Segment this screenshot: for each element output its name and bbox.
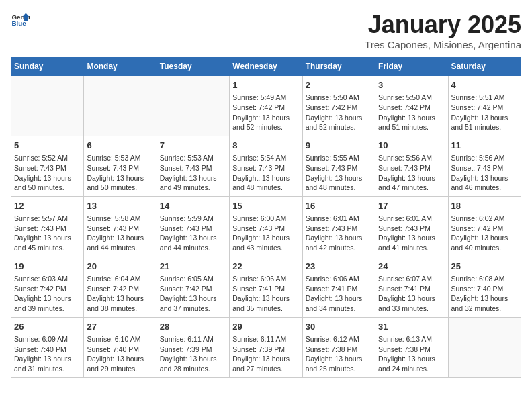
day-info: Daylight: 13 hours <box>306 173 372 183</box>
weekday-header-row: SundayMondayTuesdayWednesdayThursdayFrid… <box>11 58 521 76</box>
calendar-cell: 9Sunrise: 5:55 AMSunset: 7:43 PMDaylight… <box>302 136 375 196</box>
day-info: Sunset: 7:42 PM <box>378 103 445 113</box>
weekday-header-sunday: Sunday <box>11 58 84 76</box>
day-info: Sunrise: 5:53 AM <box>87 153 153 163</box>
calendar-body: 1Sunrise: 5:49 AMSunset: 7:42 PMDaylight… <box>11 76 521 378</box>
day-info: Sunset: 7:42 PM <box>14 284 81 294</box>
day-number: 19 <box>14 261 81 273</box>
day-info: and 48 minutes. <box>306 183 372 193</box>
day-number: 6 <box>87 140 153 152</box>
day-number: 11 <box>451 140 518 152</box>
day-info: and 33 minutes. <box>378 304 445 314</box>
calendar-cell: 17Sunrise: 6:01 AMSunset: 7:43 PMDayligh… <box>375 196 448 257</box>
day-number: 31 <box>378 321 445 333</box>
logo-icon: General Blue <box>11 11 30 30</box>
calendar-cell: 15Sunrise: 6:00 AMSunset: 7:43 PMDayligh… <box>230 196 302 257</box>
day-info: and 47 minutes. <box>378 183 445 193</box>
day-number: 9 <box>306 140 372 152</box>
calendar-cell: 27Sunrise: 6:10 AMSunset: 7:40 PMDayligh… <box>84 317 157 377</box>
day-number: 16 <box>306 200 372 212</box>
calendar-cell: 11Sunrise: 5:56 AMSunset: 7:43 PMDayligh… <box>448 136 521 196</box>
day-info: Sunrise: 6:00 AM <box>232 214 299 224</box>
day-number: 28 <box>160 321 226 333</box>
day-info: and 42 minutes. <box>306 243 372 253</box>
day-info: Sunrise: 5:49 AM <box>232 93 299 103</box>
calendar-cell: 28Sunrise: 6:11 AMSunset: 7:39 PMDayligh… <box>157 317 229 377</box>
day-number: 7 <box>160 140 226 152</box>
weekday-header-thursday: Thursday <box>302 58 375 76</box>
day-info: Sunset: 7:43 PM <box>14 224 81 234</box>
day-info: Sunrise: 6:11 AM <box>232 334 299 345</box>
day-info: Daylight: 13 hours <box>160 233 226 243</box>
day-info: Sunrise: 5:56 AM <box>378 153 445 163</box>
title-block: January 2025 Tres Capones, Misiones, Arg… <box>365 11 521 50</box>
day-info: and 44 minutes. <box>87 243 153 253</box>
day-info: Sunset: 7:43 PM <box>378 224 445 234</box>
day-number: 23 <box>306 261 372 273</box>
day-number: 5 <box>14 140 81 152</box>
day-info: Daylight: 13 hours <box>378 233 445 243</box>
day-number: 14 <box>160 200 226 212</box>
calendar-table: SundayMondayTuesdayWednesdayThursdayFrid… <box>11 57 521 378</box>
day-info: Sunset: 7:42 PM <box>232 103 299 113</box>
day-info: Daylight: 13 hours <box>306 293 372 304</box>
day-info: and 48 minutes. <box>232 183 299 193</box>
day-info: Sunrise: 5:53 AM <box>160 153 226 163</box>
day-info: Sunset: 7:39 PM <box>232 345 299 355</box>
day-number: 10 <box>378 140 445 152</box>
calendar-cell: 6Sunrise: 5:53 AMSunset: 7:43 PMDaylight… <box>84 136 157 196</box>
day-info: Sunset: 7:43 PM <box>232 224 299 234</box>
day-number: 18 <box>451 200 518 212</box>
calendar-cell: 8Sunrise: 5:54 AMSunset: 7:43 PMDaylight… <box>230 136 302 196</box>
day-info: Daylight: 13 hours <box>378 113 445 123</box>
day-info: and 51 minutes. <box>378 122 445 132</box>
calendar-cell: 29Sunrise: 6:11 AMSunset: 7:39 PMDayligh… <box>230 317 302 377</box>
day-info: Daylight: 13 hours <box>160 293 226 304</box>
day-number: 30 <box>306 321 372 333</box>
calendar-cell: 2Sunrise: 5:50 AMSunset: 7:42 PMDaylight… <box>302 76 375 136</box>
calendar-cell: 30Sunrise: 6:12 AMSunset: 7:38 PMDayligh… <box>302 317 375 377</box>
calendar-cell: 5Sunrise: 5:52 AMSunset: 7:43 PMDaylight… <box>11 136 84 196</box>
day-number: 8 <box>232 140 299 152</box>
calendar-week-row: 26Sunrise: 6:09 AMSunset: 7:40 PMDayligh… <box>11 317 521 377</box>
day-info: and 40 minutes. <box>451 243 518 253</box>
day-info: Sunset: 7:38 PM <box>378 345 445 355</box>
day-info: and 44 minutes. <box>160 243 226 253</box>
day-info: and 32 minutes. <box>451 304 518 314</box>
day-info: Sunrise: 5:58 AM <box>87 214 153 224</box>
day-info: and 39 minutes. <box>14 304 81 314</box>
day-info: Daylight: 13 hours <box>451 173 518 183</box>
calendar-cell <box>11 76 84 136</box>
day-info: Sunrise: 6:11 AM <box>160 334 226 345</box>
day-info: Sunrise: 6:13 AM <box>378 334 445 345</box>
calendar-cell: 31Sunrise: 6:13 AMSunset: 7:38 PMDayligh… <box>375 317 448 377</box>
calendar-cell: 21Sunrise: 6:05 AMSunset: 7:42 PMDayligh… <box>157 257 229 317</box>
day-info: Sunset: 7:43 PM <box>378 163 445 173</box>
day-info: Daylight: 13 hours <box>451 293 518 304</box>
day-info: Daylight: 13 hours <box>87 173 153 183</box>
day-info: Sunset: 7:39 PM <box>160 345 226 355</box>
day-info: and 37 minutes. <box>160 304 226 314</box>
day-number: 20 <box>87 261 153 273</box>
day-info: and 29 minutes. <box>87 364 153 374</box>
day-info: Sunset: 7:41 PM <box>378 284 445 294</box>
day-info: Daylight: 13 hours <box>14 173 81 183</box>
calendar-title: January 2025 <box>365 11 521 39</box>
day-info: and 46 minutes. <box>451 183 518 193</box>
weekday-header-wednesday: Wednesday <box>230 58 302 76</box>
day-number: 1 <box>232 79 299 91</box>
calendar-cell: 3Sunrise: 5:50 AMSunset: 7:42 PMDaylight… <box>375 76 448 136</box>
day-info: Daylight: 13 hours <box>451 113 518 123</box>
calendar-cell: 20Sunrise: 6:04 AMSunset: 7:42 PMDayligh… <box>84 257 157 317</box>
day-info: Sunrise: 6:02 AM <box>451 214 518 224</box>
day-info: Sunrise: 6:01 AM <box>378 214 445 224</box>
day-info: Sunset: 7:43 PM <box>87 163 153 173</box>
day-info: Sunset: 7:41 PM <box>306 284 372 294</box>
day-info: Sunrise: 6:09 AM <box>14 334 81 345</box>
day-info: Sunset: 7:43 PM <box>306 163 372 173</box>
calendar-cell: 4Sunrise: 5:51 AMSunset: 7:42 PMDaylight… <box>448 76 521 136</box>
day-info: Sunset: 7:43 PM <box>306 224 372 234</box>
day-info: Sunset: 7:40 PM <box>451 284 518 294</box>
weekday-header-tuesday: Tuesday <box>157 58 229 76</box>
logo: General Blue <box>11 11 30 30</box>
